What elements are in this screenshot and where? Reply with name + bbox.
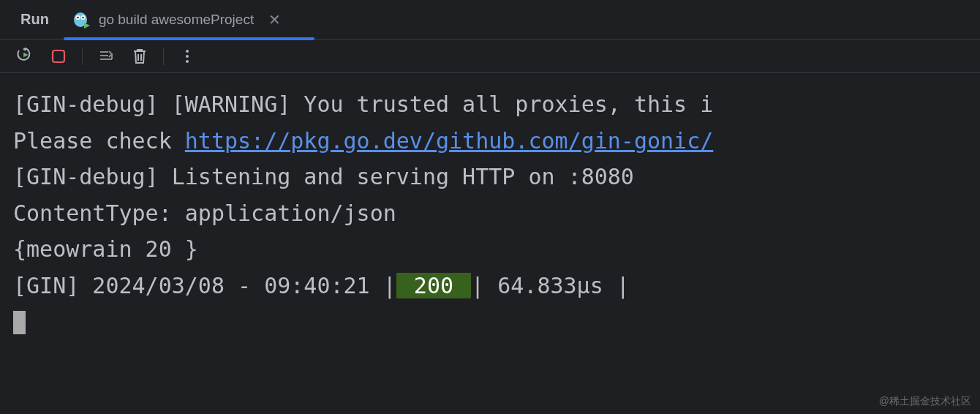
clear-all-button[interactable] [129, 46, 150, 67]
console-line: ContentType: application/json [13, 195, 973, 232]
console-line: {meowrain 20 } [13, 231, 973, 268]
svg-point-15 [186, 60, 189, 63]
console-line: Please check https://pkg.go.dev/github.c… [13, 123, 973, 159]
run-config-tab[interactable]: go build awesomeProject ✕ [68, 0, 285, 39]
toolbar-separator [82, 48, 83, 65]
run-header: Run go build awesomeProject ✕ [0, 0, 980, 39]
stop-button[interactable] [48, 46, 69, 67]
console-line: [GIN-debug] Listening and serving HTTP o… [13, 159, 973, 195]
rerun-button[interactable] [15, 46, 35, 67]
run-toolbar [0, 39, 980, 73]
svg-point-13 [186, 50, 189, 53]
svg-point-14 [186, 55, 189, 58]
watermark: @稀土掘金技术社区 [879, 395, 971, 408]
go-gopher-run-icon [72, 10, 91, 29]
tab-label: go build awesomeProject [99, 12, 254, 28]
scroll-to-end-button[interactable] [96, 46, 116, 67]
cursor [13, 311, 26, 334]
console-line: [GIN] 2024/03/08 - 09:40:21 | 200 | 64.8… [13, 268, 973, 304]
console-output[interactable]: [GIN-debug] [WARNING] You trusted all pr… [0, 73, 980, 346]
svg-point-3 [77, 16, 78, 18]
console-line: [GIN-debug] [WARNING] You trusted all pr… [13, 86, 973, 123]
more-actions-button[interactable] [177, 46, 197, 67]
panel-title: Run [20, 11, 49, 28]
toolbar-separator [163, 48, 164, 65]
http-status-badge: 200 [396, 273, 471, 298]
svg-rect-5 [53, 50, 64, 62]
active-tab-underline [64, 37, 314, 40]
url-link[interactable]: https://pkg.go.dev/github.com/gin-gonic/ [185, 128, 713, 154]
svg-point-4 [82, 16, 83, 18]
close-icon[interactable]: ✕ [268, 11, 281, 29]
